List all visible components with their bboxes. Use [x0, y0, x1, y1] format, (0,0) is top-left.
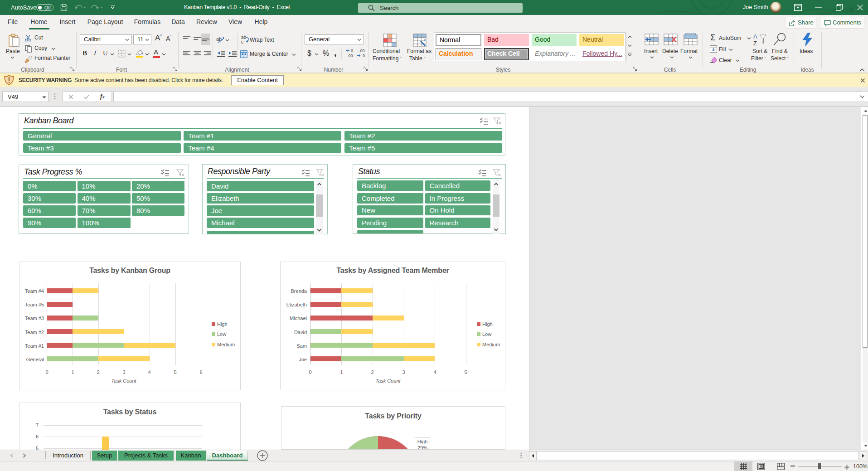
- svg-text:Z: Z: [753, 40, 757, 46]
- svg-text:c: c: [241, 39, 243, 44]
- svg-text:A: A: [753, 34, 757, 40]
- svg-text:.00: .00: [347, 53, 353, 58]
- svg-text:0: 0: [351, 49, 353, 53]
- svg-text:0: 0: [363, 53, 365, 58]
- svg-text:.00: .00: [359, 49, 365, 53]
